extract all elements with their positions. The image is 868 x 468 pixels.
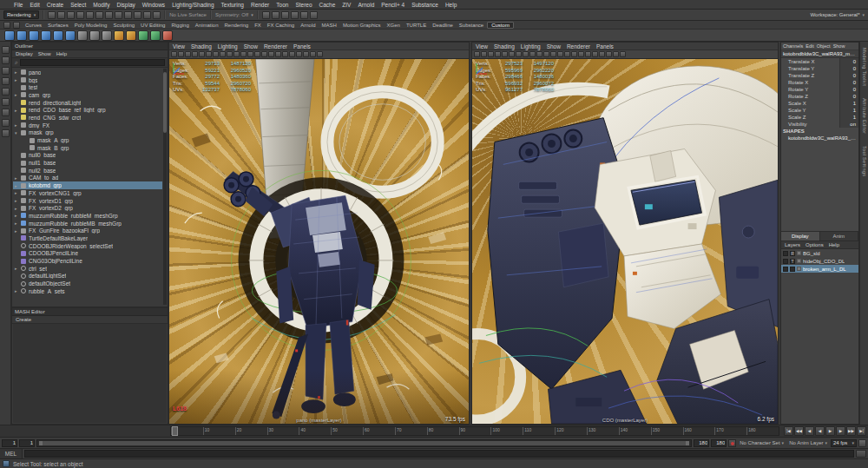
fps-selector[interactable]: 24 fps▾ [831, 439, 857, 447]
menu-item[interactable]: ZIV [339, 2, 354, 8]
single-pane-layout-icon[interactable] [2, 46, 10, 54]
render-view-icon[interactable] [262, 11, 270, 19]
mel-command-input[interactable] [24, 450, 854, 458]
bookmarks-icon[interactable] [192, 51, 198, 57]
grid-icon[interactable] [523, 51, 529, 57]
menu-item[interactable]: Pencil+ 4 [378, 2, 408, 8]
select-camera-icon[interactable] [171, 51, 177, 57]
outliner-item[interactable]: ▸ dmy_FX [13, 122, 162, 129]
outliner-item[interactable]: ▸ FX_vortexCNG1_grp [13, 189, 162, 197]
menu-item[interactable]: Display [113, 2, 138, 8]
snap-to-projected-center-icon[interactable] [124, 11, 132, 19]
expand-arrow-icon[interactable]: ▸ [15, 175, 21, 181]
snap-to-point-icon[interactable] [115, 11, 122, 19]
channel-value-field[interactable]: 1 [839, 114, 858, 121]
outliner-item[interactable]: mask_B_grp [13, 144, 162, 152]
anim-layer-bar-icon[interactable] [310, 11, 318, 19]
shelf-tab[interactable]: XGen [385, 23, 403, 28]
layer-editor-menu-item[interactable]: Layers [785, 242, 800, 247]
expand-arrow-icon[interactable]: ▸ [15, 122, 21, 128]
go-to-start-button[interactable]: |◀ [784, 426, 793, 436]
expand-arrow-icon[interactable]: ▸ [15, 77, 21, 82]
outliner-menu-item[interactable]: Show [38, 51, 51, 56]
outliner-item[interactable]: mask_A_grp [13, 136, 162, 144]
shelf-tab[interactable]: Rendering [221, 23, 251, 28]
three-pane-left-layout-icon[interactable] [2, 88, 10, 96]
channel-value-field[interactable]: 0 [839, 79, 858, 86]
outliner-item[interactable]: ▸ bgs [13, 76, 162, 84]
use-all-lights-icon[interactable] [289, 51, 295, 57]
viewport-menu-item[interactable]: View [476, 43, 488, 49]
field-chart-icon[interactable] [550, 51, 556, 57]
undo-icon[interactable] [76, 11, 84, 19]
play-forward-button[interactable]: ▶ [825, 426, 835, 436]
gate-mask-icon[interactable] [240, 51, 247, 57]
outliner-item[interactable]: CNG03ObjPencilLine [13, 257, 162, 265]
viewport-canvas-right[interactable]: Verts: 297523 1497120 Edges: 595969 2962… [472, 59, 778, 424]
channel-value-field[interactable]: 0 [839, 58, 858, 65]
save-scene-icon[interactable] [67, 11, 75, 19]
outliner-item[interactable]: rend_directionalLight [13, 99, 162, 107]
shelf-tab[interactable]: Animation [193, 23, 221, 28]
graph-persp-layout-icon[interactable] [2, 129, 10, 137]
safe-action-icon[interactable] [254, 51, 260, 57]
range-slider-track[interactable] [36, 439, 692, 447]
resolution-gate-icon[interactable] [233, 51, 240, 57]
outliner-menu-item[interactable]: Display [16, 51, 33, 56]
channel-name[interactable]: Scale Z [781, 115, 839, 120]
ipr-render-icon[interactable] [281, 11, 289, 19]
grease-pencil-icon[interactable] [516, 51, 522, 57]
layer-color-swatch[interactable] [797, 267, 801, 271]
shelf-tab[interactable]: FX [252, 23, 264, 28]
layer-editor-menu-item[interactable]: Options [806, 242, 824, 247]
menu-item[interactable]: Create [43, 2, 68, 8]
outliner-persp-layout-icon[interactable] [2, 109, 10, 116]
current-time-marker[interactable] [172, 426, 178, 436]
step-forward-key-button[interactable]: ▶▶ [846, 426, 856, 436]
viewport-menu-item[interactable]: View [173, 43, 185, 49]
expand-arrow-icon[interactable]: ▸ [15, 206, 21, 211]
expand-arrow-icon[interactable]: ▸ [15, 228, 21, 234]
menu-item[interactable]: File [10, 2, 26, 8]
select-camera-icon[interactable] [474, 51, 480, 57]
outliner-item[interactable]: ▾ mask_grp [13, 129, 162, 137]
outliner-item[interactable]: ▸ rubble_A_sets [13, 287, 162, 295]
layer-visibility-toggle[interactable] [783, 251, 788, 256]
channel-value-field[interactable]: 1 [839, 107, 858, 114]
shelf-tab[interactable]: FX Caching [265, 23, 297, 28]
outliner-item[interactable]: defaultLightSet [13, 273, 162, 280]
mash-create-menu[interactable]: Create [16, 317, 31, 322]
two-pane-side-layout-icon[interactable] [2, 56, 10, 64]
menu-item[interactable]: Texturing [218, 2, 247, 8]
expand-arrow-icon[interactable]: ▸ [15, 213, 21, 218]
channel-name[interactable]: Rotate Z [781, 94, 839, 99]
camera-attributes-icon[interactable] [185, 51, 191, 57]
channel-box-menu-item[interactable]: Channels [783, 43, 803, 49]
viewport-menu-item[interactable]: Renderer [264, 43, 287, 49]
poly-sphere-icon[interactable] [4, 30, 15, 41]
shelf-menu-icon[interactable] [3, 22, 10, 29]
custom-script-icon[interactable] [162, 30, 173, 41]
viewport-menu-item[interactable]: Renderer [567, 43, 590, 49]
outliner-item[interactable]: TurtleDefaultBakeLayer [13, 234, 162, 242]
outliner-item[interactable]: ▸ muzzumRubble_rubbleMB_meshGrp [13, 220, 162, 227]
nurbs-circle-icon[interactable] [77, 30, 88, 41]
render-settings-icon[interactable] [291, 11, 299, 19]
outliner-item[interactable]: ▸ FX_vortexD2_grp [13, 204, 162, 212]
sidebar-vertical-tab[interactable]: Attribute Editor [862, 92, 867, 140]
layer-editor-menu-item[interactable]: Help [829, 242, 839, 247]
menu-item[interactable]: Modify [89, 2, 113, 8]
expand-arrow-icon[interactable]: ▸ [15, 92, 21, 97]
outliner-item[interactable]: null1_base [13, 159, 162, 167]
channel-box-menu-item[interactable]: Object [817, 43, 831, 49]
poly-cube-icon[interactable] [16, 30, 27, 41]
safe-action-icon[interactable] [557, 51, 563, 57]
viewport-menu-item[interactable]: Lighting [521, 43, 541, 49]
film-gate-icon[interactable] [227, 51, 233, 57]
fx-smoke-icon[interactable] [126, 30, 136, 41]
outliner-item[interactable]: test [13, 83, 162, 91]
shelf-tab[interactable]: Custom [487, 22, 514, 29]
menu-item[interactable]: Stereo [292, 2, 315, 8]
expand-arrow-icon[interactable]: ▸ [15, 288, 21, 293]
go-to-end-button[interactable]: ▶| [857, 426, 866, 436]
